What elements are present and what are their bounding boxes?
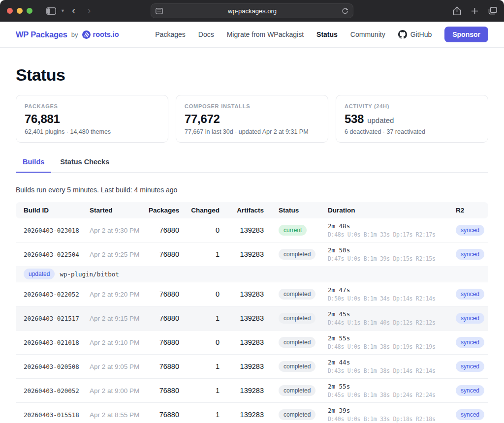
page-title: Status [16, 65, 488, 85]
page-format-icon[interactable] [156, 8, 163, 14]
stat-card-label: PACKAGES [25, 103, 159, 109]
packages-cell: 76880 [148, 403, 180, 423]
build-change-inner: updatedwp-plugin/bitbot [24, 269, 487, 279]
address-bar[interactable]: wp-packages.org [151, 3, 353, 18]
build-id-cell: 20260403-015518 [16, 403, 89, 423]
nav-item-community[interactable]: Community [350, 30, 385, 38]
back-button[interactable]: ‹ [67, 5, 80, 16]
artifacts-cell: 139283 [220, 218, 265, 242]
started-cell: Apr 2 at 9:05 PM [89, 355, 148, 379]
nav-item-packages[interactable]: Packages [155, 30, 185, 38]
table-row: 20260403-023018Apr 2 at 9:30 PM768800139… [16, 218, 488, 242]
packages-cell: 76880 [148, 331, 180, 355]
nav-item-label: Packages [155, 30, 185, 38]
duration-detail: D:48s U:0s B:1m 33s Dp:17s R2:17s [328, 231, 445, 238]
r2-badge: synced [456, 337, 484, 348]
col-build-id: Build ID [16, 202, 89, 218]
r2-cell: synced [446, 282, 488, 306]
nav-item-label: GitHub [410, 30, 432, 38]
reload-icon[interactable] [342, 7, 348, 15]
build-id-cell: 20260403-022504 [16, 242, 89, 267]
status-badge: completed [279, 361, 315, 372]
nav-item-status[interactable]: Status [316, 30, 338, 38]
r2-badge: synced [456, 225, 484, 236]
duration-total: 2m 48s [328, 222, 445, 230]
build-change-subrow: updatedwp-plugin/bitbot [16, 266, 488, 282]
duration-cell: 2m 48sD:48s U:0s B:1m 33s Dp:17s R2:17s [322, 218, 446, 242]
build-id-cell: 20260403-021018 [16, 331, 89, 355]
duration-cell: 2m 47sD:50s U:0s B:1m 34s Dp:14s R2:14s [322, 282, 446, 306]
browser-chrome: ▼ ‹ › wp-packages.org [0, 0, 504, 22]
table-row: 20260403-021018Apr 2 at 9:10 PM768800139… [16, 331, 488, 355]
table-row: 20260403-015518Apr 2 at 8:55 PM768801139… [16, 403, 488, 423]
build-change-cell: updatedwp-plugin/bitbot [16, 266, 488, 282]
status-badge: completed [279, 249, 315, 260]
status-badge: completed [279, 289, 315, 300]
tab-builds[interactable]: Builds [16, 158, 51, 173]
status-cell: completed [265, 306, 322, 331]
stat-card-value: 538 [345, 112, 364, 126]
close-window-button[interactable] [7, 8, 13, 14]
duration-detail: D:50s U:0s B:1m 34s Dp:14s R2:14s [328, 295, 445, 302]
roots-logo-icon [82, 30, 91, 39]
r2-badge: synced [456, 409, 484, 420]
brand-link[interactable]: WP Packages [16, 30, 67, 39]
stat-card-value: 77,672 [185, 112, 220, 126]
duration-total: 2m 55s [328, 383, 445, 390]
build-id-cell: 20260403-022052 [16, 282, 89, 306]
sponsor-button[interactable]: Sponsor [444, 27, 488, 42]
status-cell: completed [265, 379, 322, 403]
changed-cell: 1 [180, 379, 220, 403]
artifacts-cell: 139283 [220, 403, 265, 423]
builds-table: Build ID Started Packages Changed Artifa… [16, 202, 488, 423]
packages-cell: 76880 [148, 379, 180, 403]
status-cell: completed [265, 355, 322, 379]
nav-item-label: Migrate from WPackagist [227, 30, 304, 38]
r2-cell: synced [446, 379, 488, 403]
traffic-lights [7, 8, 32, 14]
nav-item-label: Community [350, 30, 385, 38]
col-packages: Packages [148, 202, 180, 218]
table-row: 20260403-021517Apr 2 at 9:15 PM768801139… [16, 306, 488, 331]
duration-cell: 2m 39sD:40s U:0s B:1m 33s Dp:18s R2:18s [322, 403, 446, 423]
minimize-window-button[interactable] [17, 8, 23, 14]
artifacts-cell: 139283 [220, 379, 265, 403]
builds-note: Builds run every 5 minutes. Last build: … [16, 186, 488, 194]
table-row: 20260403-022504Apr 2 at 9:25 PM768801139… [16, 242, 488, 267]
status-cell: completed [265, 403, 322, 423]
col-started: Started [89, 202, 148, 218]
duration-detail: D:44s U:1s B:1m 40s Dp:12s R2:12s [328, 319, 445, 326]
r2-badge: synced [456, 249, 484, 260]
partner-link[interactable]: roots.io [82, 30, 119, 39]
sidebar-toggle-icon[interactable] [44, 5, 58, 17]
url-text[interactable]: wp-packages.org [163, 7, 342, 15]
table-row: 20260403-020052Apr 2 at 9:00 PM768801139… [16, 379, 488, 403]
tab-status-checks[interactable]: Status Checks [53, 158, 116, 173]
changed-cell: 0 [180, 331, 220, 355]
status-cell: completed [265, 331, 322, 355]
duration-cell: 2m 55sD:48s U:0s B:1m 38s Dp:19s R2:19s [322, 331, 446, 355]
status-cell: completed [265, 282, 322, 306]
table-row: 20260403-022052Apr 2 at 9:20 PM768800139… [16, 282, 488, 306]
nav-item-migrate-from-wpackagist[interactable]: Migrate from WPackagist [227, 30, 304, 38]
changed-package-name: wp-plugin/bitbot [60, 271, 119, 278]
nav-item-label: Status [316, 30, 338, 38]
started-cell: Apr 2 at 9:15 PM [89, 306, 148, 331]
r2-cell: synced [446, 403, 488, 423]
nav-item-github[interactable]: GitHub [398, 30, 432, 39]
started-cell: Apr 2 at 9:10 PM [89, 331, 148, 355]
nav-item-docs[interactable]: Docs [198, 30, 214, 38]
stat-card-1: COMPOSER INSTALLS77,67277,667 in last 30… [176, 95, 328, 143]
col-artifacts: Artifacts [220, 202, 265, 218]
tab-overview-icon[interactable] [488, 7, 497, 15]
main-nav: PackagesDocsMigrate from WPackagistStatu… [155, 27, 488, 42]
stat-card-label: COMPOSER INSTALLS [185, 103, 319, 109]
new-tab-icon[interactable] [471, 7, 478, 15]
artifacts-cell: 139283 [220, 306, 265, 331]
chevron-down-icon[interactable]: ▼ [61, 8, 65, 13]
share-icon[interactable] [453, 6, 461, 16]
zoom-window-button[interactable] [27, 8, 32, 14]
stat-card-sub: 77,667 in last 30d · updated Apr 2 at 9:… [185, 128, 319, 135]
packages-cell: 76880 [148, 306, 180, 331]
started-cell: Apr 2 at 8:55 PM [89, 403, 148, 423]
